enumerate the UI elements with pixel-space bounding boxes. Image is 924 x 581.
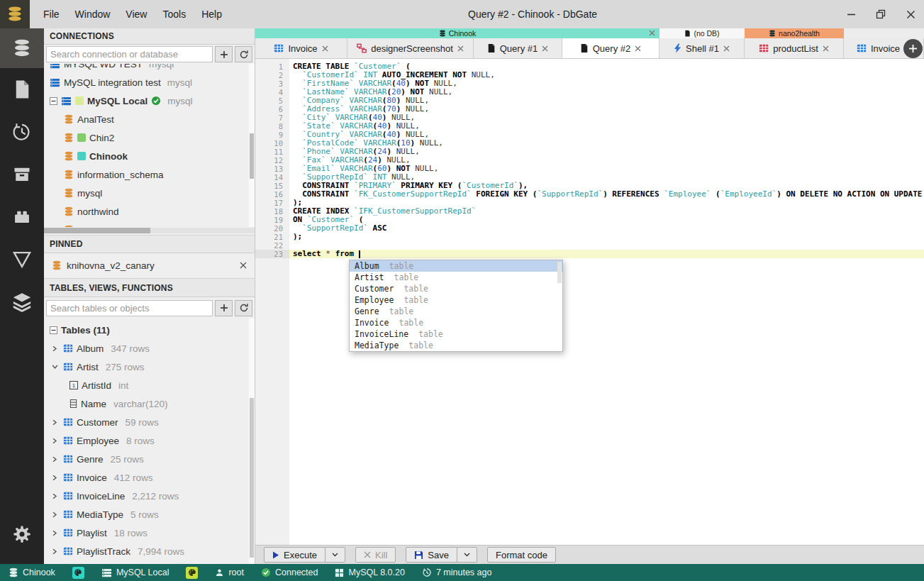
connections-search-input[interactable] xyxy=(46,46,213,62)
settings-gear-icon[interactable] xyxy=(0,513,44,555)
save-dropdown-button[interactable] xyxy=(457,547,477,563)
menu-tools[interactable]: Tools xyxy=(155,6,194,23)
tab-query-1[interactable]: Query #1 xyxy=(474,38,562,58)
menu-view[interactable]: View xyxy=(118,6,155,23)
restore-button[interactable] xyxy=(874,8,887,21)
chevron-right-icon[interactable] xyxy=(50,419,60,426)
add-table-button[interactable] xyxy=(215,300,233,316)
tab-close-icon[interactable] xyxy=(635,45,641,52)
rail-archive-icon[interactable] xyxy=(0,153,44,196)
connection-item-information_schema[interactable]: information_schema xyxy=(44,165,255,184)
chevron-right-icon[interactable] xyxy=(50,548,60,555)
tables-scrollbar[interactable] xyxy=(249,319,255,564)
menu-window[interactable]: Window xyxy=(67,6,118,23)
collapse-expander-icon[interactable] xyxy=(50,97,57,105)
refresh-tables-button[interactable] xyxy=(235,300,252,316)
rail-layers-icon[interactable] xyxy=(0,281,44,323)
connection-item-mysql-local[interactable]: MySQL Localmysql xyxy=(44,92,255,110)
connection-item-mysql[interactable]: mysql xyxy=(44,184,255,202)
group-row-tables-11-[interactable]: Tables (11) xyxy=(44,321,255,339)
refresh-connections-button[interactable] xyxy=(235,46,252,62)
menu-file[interactable]: File xyxy=(35,6,67,23)
autocomplete-item-genre[interactable]: Genretable xyxy=(350,306,562,317)
chevron-right-icon[interactable] xyxy=(50,493,60,499)
tab-close-icon[interactable] xyxy=(457,45,464,52)
connection-item-mysql-wd-test[interactable]: MYSQL WD TESTmysql xyxy=(44,64,255,73)
tab-close-icon[interactable] xyxy=(542,45,548,52)
table-row-album[interactable]: Album347 rows xyxy=(44,339,255,358)
column-row-name[interactable]: Namevarchar(120) xyxy=(44,394,255,413)
rail-history-icon[interactable] xyxy=(0,111,44,153)
tab-invoice[interactable]: Invoice xyxy=(255,38,347,58)
autocomplete-item-artist[interactable]: Artisttable xyxy=(350,272,562,283)
minimize-button[interactable] xyxy=(845,8,857,21)
tab-label: Invoice xyxy=(871,43,900,54)
rail-filter-icon[interactable] xyxy=(0,238,44,281)
autocomplete-item-invoiceline[interactable]: InvoiceLinetable xyxy=(350,328,562,340)
rail-files-icon[interactable] xyxy=(0,68,44,111)
close-window-button[interactable] xyxy=(904,8,917,21)
execute-dropdown-button[interactable] xyxy=(325,547,345,563)
table-row-customer[interactable]: Customer59 rows xyxy=(44,413,255,431)
table-row-employee[interactable]: Employee8 rows xyxy=(44,431,255,450)
tab-query-2[interactable]: Query #2 xyxy=(562,38,659,58)
server-color-swatch[interactable] xyxy=(186,567,198,579)
table-row-invoice[interactable]: Invoice412 rows xyxy=(44,468,255,487)
tab-close-icon[interactable] xyxy=(823,45,829,52)
connection-item-chinook[interactable]: Chinook xyxy=(44,147,255,165)
connections-hscrollbar[interactable] xyxy=(44,228,255,233)
autocomplete-popup[interactable]: AlbumtableArtisttableCustomertableEmploy… xyxy=(349,260,563,352)
chevron-right-icon[interactable] xyxy=(50,530,60,536)
chevron-right-icon[interactable] xyxy=(50,438,60,444)
tab-close-icon[interactable] xyxy=(723,45,730,52)
unpin-close-icon[interactable] xyxy=(240,262,247,269)
kill-button[interactable]: Kill xyxy=(355,547,396,563)
autocomplete-item-employee[interactable]: Employeetable xyxy=(350,294,562,306)
menu-help[interactable]: Help xyxy=(194,6,230,23)
tab-close-icon[interactable] xyxy=(322,45,328,52)
rail-plugins-icon[interactable] xyxy=(0,196,44,238)
database-icon xyxy=(64,188,74,198)
table-row-mediatype[interactable]: MediaType5 rows xyxy=(44,505,255,524)
table-row-playlist[interactable]: Playlist18 rows xyxy=(44,524,255,542)
new-tab-button[interactable] xyxy=(903,39,923,58)
autocomplete-item-customer[interactable]: Customertable xyxy=(350,283,562,294)
tab-designerscreenshot[interactable]: designerScreenshot xyxy=(347,38,474,58)
tables-search-input[interactable] xyxy=(46,300,213,316)
connection-item-chin2[interactable]: Chin2 xyxy=(44,128,255,147)
execute-button[interactable]: Execute xyxy=(264,547,325,563)
format-code-button[interactable]: Format code xyxy=(487,547,556,563)
chevron-right-icon[interactable] xyxy=(50,456,60,463)
chevron-right-icon[interactable] xyxy=(50,345,60,352)
column-row-artistid[interactable]: 1ArtistIdint xyxy=(44,376,255,394)
tab-group-nano2health[interactable]: nano2health xyxy=(745,28,844,38)
autocomplete-item-invoice[interactable]: Invoicetable xyxy=(350,317,562,328)
chevron-right-icon[interactable] xyxy=(50,475,60,481)
table-row-artist[interactable]: Artist275 rows xyxy=(44,358,255,376)
tab-shell-1[interactable]: Shell #1 xyxy=(659,38,745,58)
table-row-genre[interactable]: Genre25 rows xyxy=(44,450,255,468)
connection-item[interactable] xyxy=(44,221,255,227)
tab-group--no-db-[interactable]: (no DB) xyxy=(659,28,745,38)
database-color-swatch[interactable] xyxy=(72,567,84,579)
autocomplete-item-mediatype[interactable]: MediaTypetable xyxy=(350,340,562,351)
save-button[interactable]: Save xyxy=(406,547,457,563)
connection-item-northwind[interactable]: northwind xyxy=(44,202,255,221)
tab-productlist[interactable]: productList xyxy=(745,38,844,58)
tab-group-filler xyxy=(844,28,924,38)
chevron-right-icon[interactable] xyxy=(50,511,60,518)
collapse-expander-icon[interactable] xyxy=(50,326,57,334)
pinned-item[interactable]: knihovna_v2_canary xyxy=(44,253,255,277)
autocomplete-scrollbar[interactable] xyxy=(557,262,562,283)
table-row-playlisttrack[interactable]: PlaylistTrack7,994 rows xyxy=(44,542,255,560)
tab-group-chinook[interactable]: Chinook xyxy=(255,28,659,38)
table-row-invoiceline[interactable]: InvoiceLine2,212 rows xyxy=(44,487,255,505)
autocomplete-item-album[interactable]: Albumtable xyxy=(350,260,562,272)
add-connection-button[interactable] xyxy=(215,46,233,62)
connection-item-analtest[interactable]: AnalTest xyxy=(44,110,255,128)
rail-database-icon[interactable] xyxy=(0,28,44,68)
connections-scrollbar[interactable] xyxy=(249,64,255,227)
chevron-down-icon[interactable] xyxy=(50,364,60,370)
connection-item-mysql-integration-test[interactable]: MySQL integration testmysql xyxy=(44,73,255,92)
tab-group-close-icon[interactable] xyxy=(649,30,655,36)
